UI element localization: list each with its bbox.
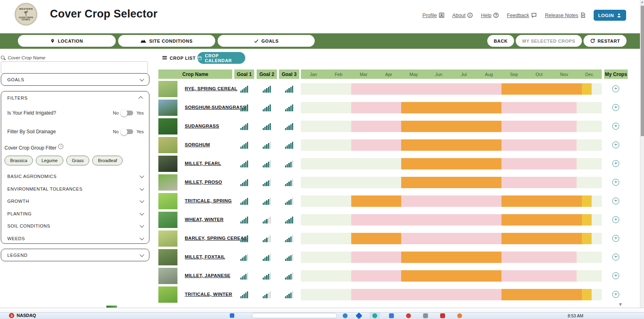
filter-section-basic-agronomics[interactable]: BASIC AGRONOMICS — [7, 170, 143, 183]
back-button[interactable]: BACK — [487, 35, 514, 47]
calendar-segment — [301, 289, 351, 300]
crop-group-chip-brassica[interactable]: Brassica — [4, 156, 33, 165]
page-title: Cover Crop Selector — [50, 8, 158, 20]
crop-name-link[interactable]: RYE, SPRING CEREAL — [185, 86, 238, 91]
browser-icon[interactable] — [343, 313, 348, 318]
my-selected-crops-button[interactable]: MY SELECTED CROPS — [516, 35, 581, 47]
calendar-segment — [351, 289, 502, 300]
scrollbar-thumb[interactable] — [641, 6, 644, 136]
scrollbar-up-arrow[interactable]: ▲ — [641, 0, 644, 3]
irrigated-toggle[interactable] — [122, 111, 133, 115]
window-scrollbar[interactable]: ▲ — [640, 0, 644, 308]
crop-name-link[interactable]: MILLET, JAPANESE — [185, 273, 231, 278]
crop-name-link[interactable]: SUDANGRASS — [185, 124, 219, 128]
feedback-link[interactable]: Feedback — [507, 12, 537, 18]
clock[interactable]: 8:53 AM — [568, 313, 583, 318]
add-to-my-crops-button[interactable] — [612, 160, 619, 167]
crop-name-link[interactable]: MILLET, PEARL — [185, 161, 221, 166]
crop-name-link[interactable]: SORGHUM — [185, 142, 210, 147]
scroll-down-indicator[interactable]: ▼ — [618, 302, 623, 307]
crop-name-link[interactable]: WHEAT, WINTER — [185, 217, 224, 222]
add-to-my-crops-button[interactable] — [612, 197, 619, 204]
goal-1-rating — [234, 136, 254, 154]
widgets-icon[interactable] — [230, 313, 234, 318]
add-to-my-crops-button[interactable] — [612, 141, 619, 148]
crop-photo — [158, 212, 177, 228]
chevron-down-icon — [140, 174, 144, 178]
app-icon-gray[interactable] — [423, 313, 428, 318]
crop-photo — [158, 230, 177, 247]
calendar-band — [301, 83, 602, 95]
add-to-my-crops-button[interactable] — [612, 272, 619, 279]
crop-group-chip-grass[interactable]: Grass — [66, 156, 89, 165]
app-icon-red-circle[interactable] — [406, 313, 411, 318]
calendar-band — [301, 289, 602, 300]
filter-section-growth[interactable]: GROWTH — [7, 195, 143, 208]
crop-name-link[interactable]: MILLET, PROSO — [185, 180, 222, 184]
add-to-my-crops-button[interactable] — [612, 235, 619, 242]
app-icon-red-square[interactable] — [440, 313, 445, 318]
goals-accordion[interactable]: GOALS — [1, 73, 149, 86]
legend-accordion[interactable]: LEGEND — [1, 249, 149, 261]
mountains-icon — [140, 39, 146, 43]
crop-rows: RYE, SPRING CEREAL SORGHUM-SUDANGRASS SU… — [158, 80, 633, 304]
crop-row: SORGHUM-SUDANGRASS — [158, 98, 633, 117]
about-link[interactable]: About — [452, 12, 473, 18]
crop-name-search-input[interactable] — [1, 61, 148, 74]
crop-photo — [158, 268, 177, 284]
add-to-my-crops-button[interactable] — [612, 104, 619, 111]
notification-badge[interactable]: 3 — [9, 313, 14, 318]
crop-group-chip-broadleaf[interactable]: Broadleaf — [92, 156, 123, 165]
header-links: Profile About Help — [422, 10, 626, 21]
tab-crop-list[interactable]: CROP LIST — [162, 55, 196, 61]
calendar-segment — [577, 158, 602, 169]
add-to-my-crops-button[interactable] — [612, 179, 619, 186]
filter-section-environmental-tolerances[interactable]: ENVIRONMENTAL TOLERANCES — [7, 183, 143, 195]
goal-3-rating — [279, 210, 299, 229]
crop-name-link[interactable]: TRITICALE, SPRING — [185, 198, 232, 203]
calendar-segment — [577, 102, 602, 113]
crop-photo — [158, 137, 177, 153]
calendar-band — [301, 270, 602, 282]
taskbar-search-box[interactable] — [252, 313, 337, 318]
release-notes-link[interactable]: Release Notes — [545, 12, 586, 18]
filters-accordion[interactable]: FILTERS — [7, 95, 143, 100]
add-to-my-crops-button[interactable] — [612, 85, 619, 92]
soil-drainage-toggle[interactable] — [122, 129, 133, 134]
app-icon-orange[interactable] — [457, 313, 462, 318]
crop-name-link[interactable]: TRITICALE, WINTER — [185, 292, 232, 297]
calendar-segment — [501, 214, 582, 226]
crop-name-link[interactable]: MILLET, FOXTAIL — [185, 254, 225, 259]
app-icon-blue[interactable] — [356, 312, 363, 319]
calendar-segment — [301, 102, 351, 113]
login-button[interactable]: LOGIN — [594, 10, 626, 21]
document-icon — [580, 12, 586, 18]
add-to-my-crops-button[interactable] — [612, 216, 619, 223]
filter-section-soil-conditions[interactable]: SOIL CONDITIONS — [7, 220, 143, 232]
news-ticker[interactable]: NASDAQ — [17, 313, 36, 318]
step-goals-button[interactable]: GOALS — [218, 35, 315, 47]
app-icon-window[interactable] — [389, 313, 394, 318]
goal-1-rating — [234, 98, 254, 117]
help-tooltip-icon[interactable]: ? — [58, 144, 63, 149]
active-app-icon[interactable] — [372, 313, 377, 318]
step-site-conditions-button[interactable]: SITE CONDITIONS — [118, 35, 215, 47]
add-to-my-crops-button[interactable] — [612, 123, 619, 130]
goal-2-rating — [257, 117, 277, 136]
add-to-my-crops-button[interactable] — [612, 291, 619, 298]
goal-2-rating — [257, 136, 277, 154]
filter-sidebar: Cover Crop Name GOALS FILTERS Is Your Fi… — [0, 49, 150, 308]
add-to-my-crops-button[interactable] — [612, 254, 619, 260]
crop-group-chip-legume[interactable]: Legume — [36, 156, 63, 165]
step-location-button[interactable]: LOCATION — [18, 35, 116, 47]
help-link[interactable]: Help — [481, 12, 499, 18]
crop-row: MILLET, JAPANESE — [158, 267, 633, 285]
profile-link[interactable]: Profile — [422, 12, 444, 18]
soil-drainage-toggle-row: Filter By Soil Drainage No Yes — [7, 129, 144, 135]
tab-crop-calendar[interactable]: CROP CALENDAR — [197, 52, 245, 64]
calendar-segment — [301, 121, 351, 132]
filter-section-planting[interactable]: PLANTING — [7, 208, 143, 220]
step-buttons: LOCATION SITE CONDITIONS GOALS — [18, 35, 315, 47]
restart-button[interactable]: RESTART — [583, 35, 627, 47]
filter-section-weeds[interactable]: WEEDS — [7, 232, 143, 245]
